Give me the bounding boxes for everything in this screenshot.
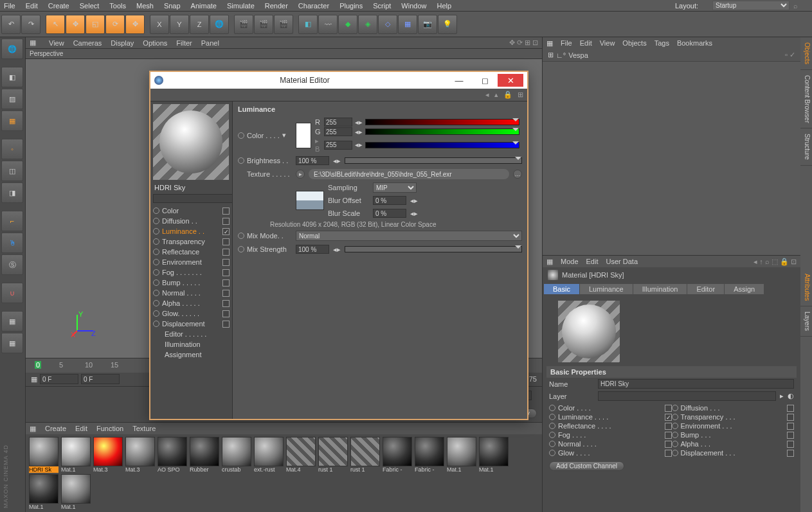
tab-illumination[interactable]: Illumination xyxy=(633,284,687,294)
nav-up-icon[interactable]: ▴ xyxy=(494,91,498,99)
mix-mode-select[interactable]: Normal xyxy=(296,231,522,241)
material-thumb[interactable]: Mat.1 xyxy=(446,437,477,473)
search-icon[interactable]: ⌕ xyxy=(793,2,798,10)
attr-ch-diffusion[interactable]: Diffusion . . . xyxy=(672,403,795,412)
menu-tools[interactable]: Tools xyxy=(109,2,126,10)
axis-button[interactable]: ⌐ xyxy=(1,211,23,231)
menu-file[interactable]: File xyxy=(4,2,15,10)
slider-g[interactable] xyxy=(365,128,519,135)
obj-menu-edit[interactable]: Edit xyxy=(580,39,592,47)
cube-primitive-button[interactable]: ◧ xyxy=(298,15,318,34)
brightness-radio[interactable] xyxy=(238,157,244,164)
timeline-cur[interactable] xyxy=(81,374,120,384)
channel-environment[interactable]: Environment xyxy=(153,257,230,267)
slider-r[interactable] xyxy=(365,119,519,125)
model-mode-button[interactable]: ◧ xyxy=(1,67,23,87)
menu-simulate[interactable]: Simulate xyxy=(227,2,255,10)
mouse-button[interactable]: 🖱 xyxy=(1,233,23,253)
material-thumb[interactable]: rust 1 xyxy=(350,437,381,473)
workplane-lock[interactable]: ▦ xyxy=(1,311,23,331)
material-thumb[interactable]: Mat.3 xyxy=(125,437,156,473)
material-thumb[interactable]: ext.-rust xyxy=(253,437,284,473)
attr-ch-glow[interactable]: Glow . . . . xyxy=(549,448,672,457)
me-name-input[interactable] xyxy=(153,194,233,203)
obj-menu-objects[interactable]: Objects xyxy=(622,39,646,47)
workplane-button[interactable]: ▦ xyxy=(1,110,23,131)
dialog-titlebar[interactable]: Material Editor — ◻ ✕ xyxy=(150,72,527,89)
side-tab-attributes[interactable]: Attributes xyxy=(800,269,812,306)
mix-strength-slider[interactable] xyxy=(345,246,522,252)
layer-browse-icon[interactable]: ◐ xyxy=(788,392,794,400)
spline-button[interactable]: 〰 xyxy=(318,15,338,34)
menu-edit[interactable]: Edit xyxy=(26,2,38,10)
undo-button[interactable]: ↶ xyxy=(1,15,21,34)
point-mode-button[interactable]: ◦ xyxy=(1,139,23,159)
color-radio[interactable] xyxy=(238,132,244,139)
channel-normal[interactable]: Normal . . . . xyxy=(153,288,230,298)
attr-menu-edit[interactable]: Edit xyxy=(586,258,599,265)
channel-assignment[interactable]: Assignment xyxy=(153,349,230,360)
minimize-button[interactable]: — xyxy=(446,74,472,87)
menu-select[interactable]: Select xyxy=(80,2,100,10)
side-tab-objects[interactable]: Objects xyxy=(800,37,812,70)
nav-back-icon[interactable]: ◂ xyxy=(485,91,489,99)
attr-menu-userdata[interactable]: User Data xyxy=(606,258,638,265)
material-thumb[interactable]: rust 1 xyxy=(318,437,348,473)
attr-ch-displacement[interactable]: Displacement . . . xyxy=(672,448,795,457)
channel-diffusion[interactable]: Diffusion . . xyxy=(153,216,230,226)
mixmode-radio[interactable] xyxy=(238,233,244,239)
expand-icon[interactable]: ⊞ xyxy=(548,51,554,59)
maximize-button[interactable]: ◻ xyxy=(472,74,498,87)
material-thumb[interactable]: Mat.3 xyxy=(93,437,123,473)
expand-icon[interactable]: ⊞ xyxy=(518,91,523,99)
rotate-tool[interactable]: ⟳ xyxy=(105,15,125,34)
color-g-input[interactable] xyxy=(324,127,352,136)
redo-button[interactable]: ↷ xyxy=(21,15,41,34)
obj-menu-view[interactable]: View xyxy=(600,39,615,47)
tab-assign[interactable]: Assign xyxy=(725,284,764,294)
vp-menu-options[interactable]: Options xyxy=(143,39,167,47)
attr-ch-color[interactable]: Color . . . . xyxy=(549,403,672,412)
channel-editor[interactable]: Editor . . . . . . xyxy=(153,329,230,339)
attr-ch-luminance[interactable]: Luminance . . . . xyxy=(549,412,672,421)
material-name-input[interactable] xyxy=(598,379,794,389)
workplane-cam[interactable]: ▦ xyxy=(1,333,23,353)
vp-menu-filter[interactable]: Filter xyxy=(176,39,192,47)
vp-menu-view[interactable]: View xyxy=(49,39,64,47)
texture-path[interactable]: E:\3D\sIBLedit\hdre\hdre_055\hdre_055_Re… xyxy=(309,169,509,179)
snap-button[interactable]: Ⓢ xyxy=(1,254,23,275)
material-thumb[interactable]: Mat.1 xyxy=(478,437,509,473)
mat-menu-texture[interactable]: Texture xyxy=(132,425,156,432)
mix-strength-input[interactable] xyxy=(296,245,329,254)
menu-help[interactable]: Help xyxy=(437,2,451,10)
menu-render[interactable]: Render xyxy=(265,2,288,10)
attr-ch-reflectance[interactable]: Reflectance . . . . xyxy=(549,421,672,430)
add-channel-button[interactable]: Add Custom Channel xyxy=(549,461,624,471)
side-tab-layers[interactable]: Layers xyxy=(800,306,812,337)
side-tab-structure[interactable]: Structure xyxy=(800,128,812,166)
close-button[interactable]: ✕ xyxy=(498,74,523,87)
menu-window[interactable]: Window xyxy=(401,2,426,10)
texture-browse-button[interactable]: … xyxy=(513,170,522,179)
obj-menu-file[interactable]: File xyxy=(561,39,572,47)
vp-menu-cameras[interactable]: Cameras xyxy=(73,39,102,47)
material-thumb[interactable]: HDRI Sk xyxy=(28,437,59,473)
timeline-start[interactable] xyxy=(40,374,78,384)
material-thumb[interactable]: Rubber xyxy=(189,437,220,473)
axis-x-button[interactable]: X xyxy=(150,15,169,34)
camera-button[interactable]: 📷 xyxy=(418,15,437,34)
object-item-vespa[interactable]: ⊞ ∟° Vespa ▫ ✓ xyxy=(543,49,800,62)
menu-animate[interactable]: Animate xyxy=(191,2,217,10)
slider-b[interactable] xyxy=(365,142,519,148)
render-settings-button[interactable]: 🎬 xyxy=(274,15,293,34)
menu-character[interactable]: Character xyxy=(298,2,329,10)
attr-ch-bump[interactable]: Bump . . . xyxy=(672,430,795,439)
channel-illumination[interactable]: Illumination xyxy=(153,339,230,349)
vp-menu-panel[interactable]: Panel xyxy=(201,39,219,47)
material-thumb[interactable]: Mat.1 xyxy=(60,437,91,473)
tab-luminance[interactable]: Luminance xyxy=(580,284,633,294)
brightness-slider[interactable] xyxy=(345,157,522,164)
recent-tool[interactable]: ✥ xyxy=(125,15,145,34)
floor-button[interactable]: ▦ xyxy=(398,15,417,34)
channel-bump[interactable]: Bump . . . . . xyxy=(153,278,230,288)
